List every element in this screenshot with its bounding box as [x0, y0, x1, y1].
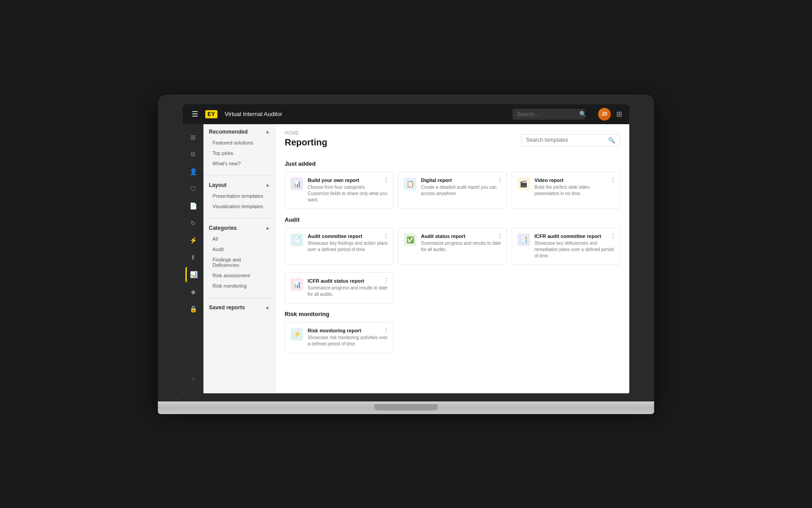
risk-monitoring-card-title: Risk monitoring report — [308, 328, 388, 333]
panel-item-risk-monitoring[interactable]: Risk monitoring — [209, 281, 270, 291]
templates-search-bar: 🔍 — [521, 134, 620, 146]
left-panel: Recommended ▲ Featured solutions Top pic… — [203, 124, 276, 393]
icfr-committee-icon: 📑 — [517, 233, 530, 246]
content-area: HOME Reporting 🔍 Just added — [276, 124, 629, 393]
digital-report-icon: 📋 — [404, 177, 416, 190]
audit-committee-icon: 📄 — [291, 233, 303, 246]
nav-apps-icon[interactable]: ⊞ — [616, 110, 622, 118]
card-digital-report[interactable]: 📋 Digital report Create a detailed audit… — [398, 172, 507, 209]
audit-status-title: Audit status report — [421, 233, 501, 239]
top-nav: ☰ EY Virtual Internal Auditor 🔍 JD ⊞ — [183, 104, 629, 124]
build-report-menu[interactable]: ⋮ — [383, 177, 389, 183]
video-report-icon: 🎬 — [517, 177, 530, 190]
risk-monitoring-title: Risk monitoring — [285, 311, 620, 317]
laptop-notch — [374, 404, 438, 410]
card-icfr-status[interactable]: 📊 ICFR audit status report Summarize pro… — [285, 272, 393, 303]
sidebar-icon-refresh[interactable]: ↻ — [185, 215, 201, 231]
build-report-icon: 📊 — [291, 177, 303, 190]
audit-committee-desc: Showcase key findings and action plans o… — [308, 240, 388, 253]
audit-status-menu[interactable]: ⋮ — [497, 233, 503, 239]
panel-categories-label: Categories — [209, 225, 237, 231]
panel-item-whats-new[interactable]: What's new? — [209, 158, 270, 168]
sidebar-icon-shield[interactable]: 🛡 — [185, 181, 201, 196]
panel-layout-header[interactable]: Layout ▲ — [209, 182, 270, 188]
video-report-title: Video report — [535, 177, 614, 183]
digital-report-desc: Create a detailed audit report you can a… — [421, 184, 501, 197]
panel-categories-header[interactable]: Categories ▲ — [209, 225, 270, 231]
digital-report-title: Digital report — [421, 177, 501, 183]
saved-chevron: ▲ — [265, 305, 270, 310]
panel-item-all[interactable]: All — [209, 234, 270, 244]
panel-item-presentation[interactable]: Presentation templates — [209, 191, 270, 201]
sidebar-icon-bolt[interactable]: ⚡ — [185, 233, 201, 248]
panel-saved-label: Saved reports — [209, 304, 245, 311]
video-report-desc: Build the perfect slide video presentati… — [535, 184, 614, 197]
digital-report-menu[interactable]: ⋮ — [497, 177, 503, 183]
panel-item-findings[interactable]: Findings and Deficiencies — [209, 255, 270, 270]
sidebar-icon-help[interactable]: ? — [185, 373, 201, 388]
sidebar-icon-doc[interactable]: 📄 — [185, 198, 201, 214]
audit-committee-menu[interactable]: ⋮ — [383, 233, 389, 239]
panel-section-categories: Categories ▲ All Audit Findings and Defi… — [203, 220, 275, 296]
just-added-title: Just added — [285, 160, 620, 167]
icfr-status-menu[interactable]: ⋮ — [383, 277, 389, 284]
recommended-chevron: ▲ — [265, 129, 270, 134]
just-added-grid: 📊 Build your own report Choose from four… — [285, 172, 620, 209]
audit-status-desc: Summarize progress and results to date f… — [421, 240, 501, 253]
risk-monitoring-icon: ⚡ — [291, 328, 303, 340]
ey-logo: EY — [205, 110, 217, 118]
risk-monitoring-card-desc: Showcase risk monitoring activities over… — [308, 335, 388, 347]
panel-layout-label: Layout — [209, 182, 226, 188]
templates-search-input[interactable] — [526, 137, 608, 143]
sidebar-icon-layers[interactable]: ⧉ — [185, 147, 201, 162]
sidebar-icon-upload[interactable]: ⬆ — [185, 250, 201, 265]
hamburger-menu[interactable]: ☰ — [190, 108, 200, 120]
icfr-status-desc: Summarize progress and results to date f… — [308, 285, 388, 298]
panel-section-layout: Layout ▲ Presentation templates Visualiz… — [203, 177, 275, 216]
panel-item-top-picks[interactable]: Top picks — [209, 148, 270, 158]
panel-item-featured-solutions[interactable]: Featured solutions — [209, 138, 270, 148]
panel-item-audit[interactable]: Audit — [209, 244, 270, 254]
icfr-committee-title: ICFR audit committee report — [535, 233, 614, 239]
sidebar-icon-analytics[interactable]: 📊 — [185, 267, 201, 282]
audit-grid: 📄 Audit committee report Showcase key fi… — [285, 228, 620, 265]
icfr-committee-menu[interactable]: ⋮ — [610, 233, 616, 239]
panel-section-saved: Saved reports ▲ — [203, 300, 275, 318]
audit-status-icon: ✅ — [404, 233, 416, 246]
sidebar-icon-person[interactable]: 👤 — [185, 164, 201, 179]
panel-recommended-header[interactable]: Recommended ▲ — [209, 129, 270, 135]
card-build-own-report[interactable]: 📊 Build your own report Choose from four… — [285, 172, 393, 209]
icfr-status-title: ICFR audit status report — [308, 278, 388, 284]
panel-section-recommended: Recommended ▲ Featured solutions Top pic… — [203, 124, 275, 173]
card-audit-committee[interactable]: 📄 Audit committee report Showcase key fi… — [285, 228, 393, 265]
layout-chevron: ▲ — [265, 182, 270, 187]
build-report-title: Build your own report — [308, 177, 388, 183]
card-video-report[interactable]: 🎬 Video report Build the perfect slide v… — [512, 172, 620, 209]
card-audit-status[interactable]: ✅ Audit status report Summarize progress… — [398, 228, 507, 265]
risk-monitoring-menu[interactable]: ⋮ — [383, 327, 389, 333]
audit-title: Audit — [285, 216, 620, 223]
icfr-committee-desc: Showcase key deficiencies and remediatio… — [535, 240, 614, 259]
icfr-status-icon: 📊 — [291, 278, 303, 291]
build-report-desc: Choose from four categories. Customize f… — [308, 184, 388, 203]
video-report-menu[interactable]: ⋮ — [610, 177, 616, 183]
sidebar-icon-lock[interactable]: 🔒 — [185, 301, 201, 317]
templates-search-icon[interactable]: 🔍 — [608, 137, 615, 144]
sidebar-icon-grid[interactable]: ⊞ — [185, 130, 201, 145]
sidebar-icon-diamond[interactable]: ◆ — [185, 284, 201, 299]
app-title: Virtual Internal Auditor — [225, 111, 282, 117]
nav-search-input[interactable] — [512, 109, 585, 120]
nav-search-icon: 🔍 — [579, 111, 586, 117]
panel-saved-header[interactable]: Saved reports ▲ — [209, 304, 270, 311]
card-risk-monitoring[interactable]: ⚡ Risk monitoring report Showcase risk m… — [285, 322, 393, 353]
page-title: Reporting — [285, 137, 327, 148]
audit-committee-title: Audit committee report — [308, 233, 388, 239]
user-avatar[interactable]: JD — [598, 108, 611, 121]
card-icfr-committee[interactable]: 📑 ICFR audit committee report Showcase k… — [512, 228, 620, 265]
sidebar: ⊞ ⧉ 👤 🛡 📄 ↻ ⚡ ⬆ 📊 ◆ 🔒 ? — [183, 124, 203, 393]
categories-chevron: ▲ — [265, 225, 270, 230]
panel-item-visualization[interactable]: Visualization templates — [209, 201, 270, 211]
panel-item-risk-assessment[interactable]: Risk assessment — [209, 270, 270, 280]
panel-recommended-label: Recommended — [209, 129, 248, 135]
breadcrumb: HOME — [285, 130, 327, 135]
